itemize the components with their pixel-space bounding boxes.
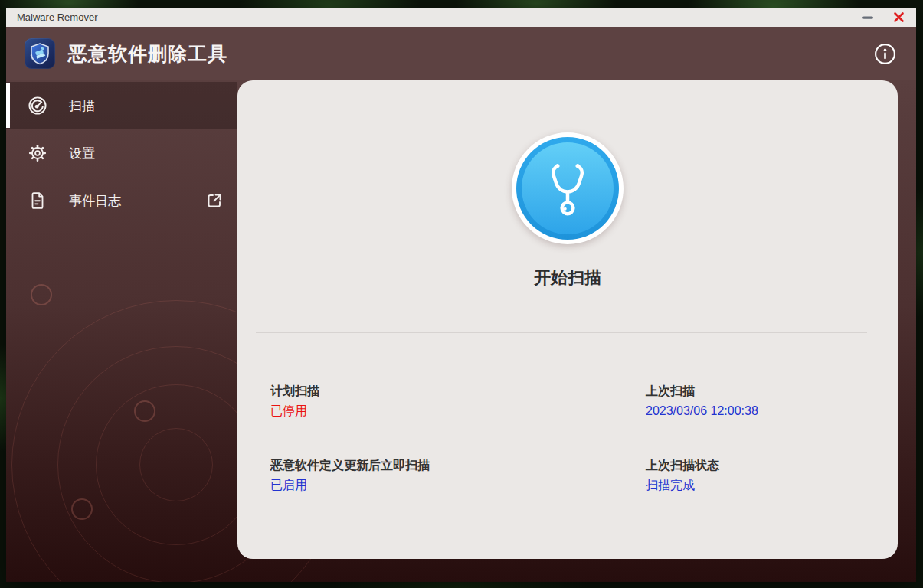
malware-remover-window: Malware Remover	[6, 8, 916, 582]
info-label: 上次扫描状态	[646, 458, 867, 473]
sidebar-item-label: 事件日志	[69, 192, 121, 210]
scan-info-grid: 计划扫描 已停用 上次扫描 2023/03/06 12:00:38 恶意软件定义…	[270, 384, 867, 494]
sidebar-item-event-log[interactable]: 事件日志	[6, 177, 237, 224]
status-value: 已启用	[270, 477, 646, 494]
malware-remover-app-icon	[25, 38, 55, 69]
window-title: Malware Remover	[17, 11, 858, 23]
app-title: 恶意软件删除工具	[68, 41, 873, 67]
active-indicator	[6, 83, 10, 128]
minimize-button[interactable]	[858, 9, 878, 25]
window-body: 扫描 设置	[6, 80, 916, 582]
divider	[256, 332, 867, 333]
stethoscope-icon	[541, 159, 594, 217]
settings-gear-icon	[28, 143, 47, 163]
sidebar-item-label: 扫描	[69, 97, 95, 115]
minimize-icon	[862, 15, 874, 20]
info-last-scan: 上次扫描 2023/03/06 12:00:38	[646, 384, 867, 420]
close-button[interactable]	[889, 9, 908, 25]
sidebar-item-settings[interactable]: 设置	[6, 129, 237, 177]
app-header: 恶意软件删除工具	[6, 27, 916, 80]
info-button[interactable]	[873, 42, 896, 65]
scan-button-face	[522, 142, 614, 234]
info-icon	[874, 43, 896, 65]
info-label: 恶意软件定义更新后立即扫描	[270, 458, 646, 473]
sidebar: 扫描 设置	[6, 80, 237, 582]
status-value: 已停用	[270, 403, 646, 420]
titlebar: Malware Remover	[6, 8, 916, 27]
scan-panel: 开始扫描 计划扫描 已停用 上次扫描 2023/03/06 12:00:38 恶…	[237, 80, 898, 559]
info-label: 上次扫描	[646, 384, 867, 399]
status-value: 扫描完成	[646, 477, 867, 494]
scan-button-ring	[516, 137, 619, 240]
external-link-icon[interactable]	[205, 191, 224, 210]
close-icon	[893, 11, 905, 23]
sidebar-item-label: 设置	[69, 145, 95, 162]
info-last-scan-status: 上次扫描状态 扫描完成	[646, 458, 867, 494]
info-scan-after-update: 恶意软件定义更新后立即扫描 已启用	[270, 458, 646, 494]
start-scan-label: 开始扫描	[237, 266, 898, 289]
sidebar-item-scan[interactable]: 扫描	[6, 82, 237, 129]
info-label: 计划扫描	[270, 384, 646, 399]
event-log-icon	[28, 191, 47, 211]
info-scheduled-scan: 计划扫描 已停用	[270, 384, 646, 420]
start-scan-button[interactable]	[512, 132, 624, 244]
status-value: 2023/03/06 12:00:38	[646, 403, 867, 420]
scan-gauge-icon	[28, 96, 47, 116]
